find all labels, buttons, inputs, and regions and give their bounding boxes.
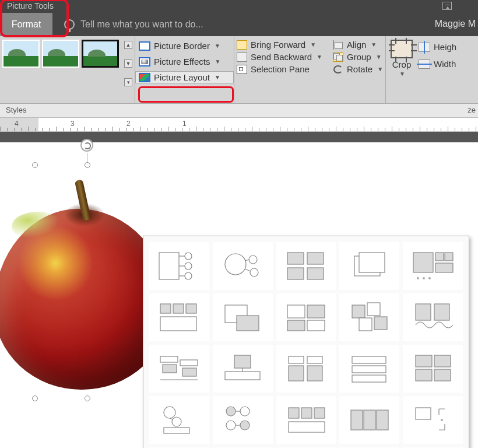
chevron-down-icon: ▼	[376, 54, 382, 60]
svg-line-11	[245, 269, 251, 271]
gallery-down-icon[interactable]: ▼	[124, 60, 132, 68]
layout-option[interactable]	[339, 242, 399, 290]
gallery-more-icon[interactable]: ▾	[124, 78, 132, 86]
width-icon	[419, 60, 430, 69]
tab-row: Format Tell me what you want to do... Ma…	[0, 13, 478, 36]
align-button[interactable]: Align ▼	[333, 40, 382, 50]
bring-forward-label: Bring Forward	[251, 40, 305, 50]
svg-rect-57	[434, 355, 451, 367]
svg-rect-28	[160, 317, 196, 331]
svg-rect-54	[352, 366, 386, 373]
picture-border-button[interactable]: Picture Border ▼	[135, 40, 234, 52]
svg-rect-14	[287, 268, 304, 279]
selection-handle[interactable]	[32, 162, 38, 168]
group-button[interactable]: Group ▼	[333, 52, 382, 62]
svg-rect-74	[351, 410, 363, 430]
svg-rect-55	[352, 375, 386, 382]
collapse-ribbon-icon[interactable]	[442, 2, 452, 10]
picture-style-thumb[interactable]	[2, 40, 40, 68]
layout-option[interactable]	[339, 293, 399, 341]
group-label: Group	[347, 52, 371, 62]
height-icon	[419, 43, 430, 52]
picture-border-icon	[139, 41, 150, 51]
group-icon	[333, 52, 343, 62]
svg-point-65	[240, 407, 249, 416]
layout-option[interactable]	[213, 396, 273, 444]
svg-point-66	[226, 421, 236, 430]
svg-point-24	[428, 277, 431, 279]
selection-pane-button[interactable]: Selection Pane	[237, 64, 327, 74]
picture-styles-gallery[interactable]: ▲ ▼ ▾	[0, 36, 135, 103]
chevron-down-icon: ▼	[215, 74, 220, 80]
layout-option[interactable]	[213, 242, 273, 290]
layout-option[interactable]	[403, 396, 463, 444]
send-backward-button[interactable]: Send Backward ▼	[237, 52, 327, 62]
selection-pane-label: Selection Pane	[251, 64, 310, 74]
tab-format[interactable]: Format	[0, 13, 52, 36]
crop-label: Crop	[392, 60, 412, 69]
chevron-down-icon: ▼	[215, 43, 220, 49]
svg-rect-32	[307, 305, 325, 318]
layout-option[interactable]	[403, 242, 463, 290]
picture-layout-button[interactable]: Picture Layout ▼	[135, 71, 234, 83]
picture-effects-icon	[139, 57, 150, 66]
svg-rect-20	[445, 253, 453, 261]
svg-rect-50	[307, 366, 322, 381]
layout-option[interactable]	[149, 345, 209, 393]
svg-rect-25	[160, 304, 171, 313]
layout-option[interactable]	[339, 345, 399, 393]
selection-handle[interactable]	[32, 396, 38, 401]
selection-handle[interactable]	[85, 396, 90, 401]
document-area[interactable]: ++	[0, 132, 478, 448]
layout-option[interactable]	[276, 396, 336, 444]
picture-style-thumb-selected[interactable]	[82, 40, 119, 68]
layout-option[interactable]	[276, 293, 336, 341]
svg-rect-33	[287, 320, 305, 331]
bring-forward-icon	[237, 40, 247, 50]
layout-option[interactable]	[149, 396, 209, 444]
gallery-up-icon[interactable]: ▲	[124, 41, 132, 49]
layout-option[interactable]	[339, 396, 399, 444]
ruler-marks: 4321	[0, 118, 478, 131]
selection-handle[interactable]	[85, 162, 90, 168]
layout-option[interactable]	[276, 242, 336, 290]
horizontal-ruler[interactable]: 4321	[0, 118, 478, 132]
crop-button[interactable]: Crop ▼	[391, 40, 413, 100]
picture-border-label: Picture Border	[154, 41, 210, 51]
svg-rect-30	[237, 316, 259, 331]
svg-point-3	[185, 272, 192, 279]
chevron-down-icon: ▼	[215, 58, 220, 65]
layout-option[interactable]	[149, 293, 209, 341]
svg-rect-31	[287, 305, 305, 318]
svg-point-64	[226, 407, 236, 416]
svg-rect-39	[416, 304, 431, 320]
tell-me-search[interactable]: Tell me what you want to do...	[52, 13, 203, 36]
svg-rect-18	[413, 253, 433, 272]
svg-rect-19	[435, 253, 444, 261]
svg-point-61	[172, 417, 181, 426]
svg-rect-15	[307, 268, 324, 279]
layout-option[interactable]	[213, 293, 273, 341]
picture-style-thumb[interactable]	[42, 40, 79, 68]
chevron-down-icon: ▼	[399, 71, 405, 77]
layout-option[interactable]	[149, 242, 209, 290]
layout-option[interactable]	[403, 345, 463, 393]
send-backward-label: Send Backward	[251, 52, 312, 62]
layout-option[interactable]	[276, 345, 336, 393]
layout-option[interactable]	[213, 345, 273, 393]
svg-rect-38	[374, 317, 387, 330]
rotate-button[interactable]: Rotate ▼	[333, 64, 382, 74]
rotate-label: Rotate	[347, 64, 372, 74]
layout-option[interactable]	[403, 293, 463, 341]
height-row[interactable]: Heigh	[419, 42, 456, 52]
svg-point-22	[417, 277, 419, 279]
bring-forward-button[interactable]: Bring Forward ▼	[237, 40, 327, 50]
width-row[interactable]: Width	[419, 59, 456, 69]
svg-point-2	[185, 262, 192, 270]
picture-effects-button[interactable]: Picture Effects ▼	[135, 55, 234, 68]
align-label: Align	[347, 40, 366, 50]
rotation-handle[interactable]	[80, 139, 93, 152]
svg-rect-42	[163, 365, 177, 373]
signed-in-user[interactable]: Maggie M	[435, 19, 476, 29]
svg-rect-72	[314, 408, 325, 418]
